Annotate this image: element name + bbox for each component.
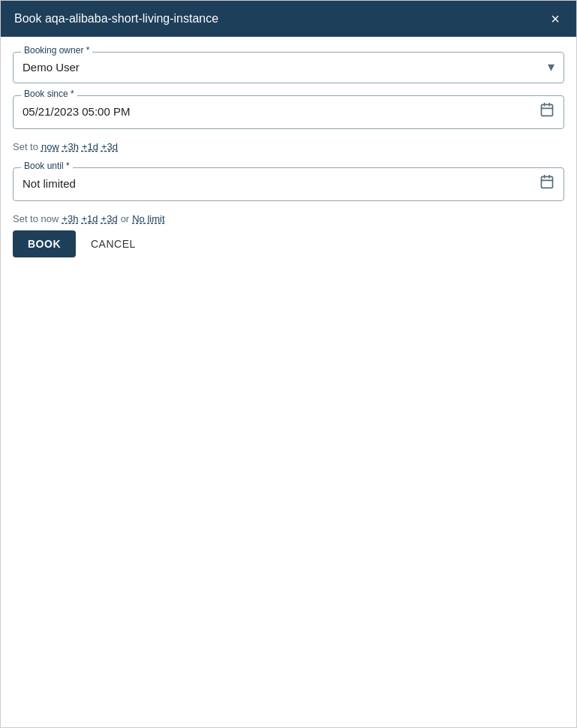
booking-owner-label: Booking owner * [21,45,92,56]
required-marker-until: * [66,161,70,171]
dialog-body: Booking owner * Demo User ▾ Book since *… [1,37,576,727]
book-until-shortcuts-prefix: Set to now [13,213,59,224]
cancel-button[interactable]: CANCEL [85,230,142,257]
dialog-header: Book aqa-alibaba-short-living-instance × [1,1,576,37]
book-until-3h-shortcut[interactable]: +3h [62,213,78,224]
close-button[interactable]: × [548,11,563,26]
booking-owner-field: Booking owner * Demo User ▾ [13,52,564,83]
book-since-3h-shortcut[interactable]: +3h [62,141,79,152]
or-text: or [121,213,130,224]
svg-rect-0 [542,104,553,116]
book-since-3d-shortcut[interactable]: +3d [101,141,118,152]
book-since-label: Book since * [21,89,77,99]
book-until-field: Book until * Not limited [13,167,564,201]
book-dialog: Book aqa-alibaba-short-living-instance ×… [0,0,577,728]
calendar-icon-until[interactable] [539,174,554,193]
book-button[interactable]: BOOK [13,230,76,257]
booking-owner-value: Demo User [23,61,80,74]
book-until-label: Book until * [21,161,73,171]
no-limit-shortcut[interactable]: No limit [132,213,164,224]
book-since-now-shortcut[interactable]: now [41,141,59,152]
dropdown-arrow-icon[interactable]: ▾ [548,59,554,75]
dialog-title: Book aqa-alibaba-short-living-instance [14,12,218,26]
booking-owner-row: Demo User ▾ [23,59,554,75]
book-until-row: Not limited [23,174,554,193]
book-until-3d-shortcut[interactable]: +3d [101,213,118,224]
book-since-row: 05/21/2023 05:00 PM [23,102,554,121]
book-since-shortcuts-prefix: Set to [13,141,38,152]
book-until-shortcuts: Set to now +3h +1d +3d or No limit [13,213,564,224]
book-since-1d-shortcut[interactable]: +1d [82,141,98,152]
book-until-1d-shortcut[interactable]: +1d [82,213,98,224]
svg-rect-4 [542,176,553,188]
required-marker-since: * [71,89,74,99]
required-marker: * [86,45,90,56]
action-row: BOOK CANCEL [13,230,564,257]
calendar-icon-since[interactable] [539,102,554,121]
book-since-shortcuts: Set to now +3h +1d +3d [13,141,564,152]
book-until-value: Not limited [23,177,76,190]
book-since-value: 05/21/2023 05:00 PM [23,105,130,118]
book-since-field: Book since * 05/21/2023 05:00 PM [13,95,564,129]
